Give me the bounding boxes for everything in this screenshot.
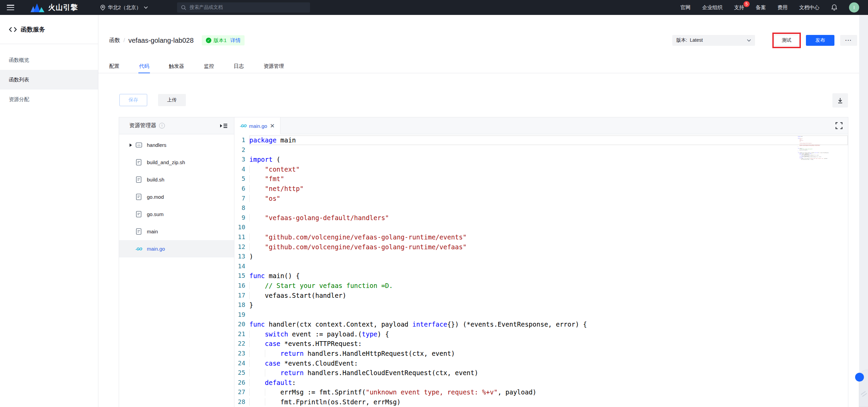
file-item-handlers[interactable]: <>handlers xyxy=(119,136,234,154)
line-number[interactable]: 24 xyxy=(234,358,249,368)
code-line-content[interactable]: func handler(ctx context.Context, payloa… xyxy=(249,319,848,329)
line-number[interactable]: 19 xyxy=(234,310,249,320)
code-line[interactable]: 14 xyxy=(234,261,848,271)
test-button[interactable]: 测试 xyxy=(774,35,799,46)
code-line-content[interactable]: "context" xyxy=(249,164,848,174)
code-line[interactable]: 22 case *events.HTTPRequest: xyxy=(234,339,848,349)
code-line-content[interactable]: package main xyxy=(249,135,848,145)
avatar[interactable]: I xyxy=(849,2,859,13)
code-line-content[interactable]: "github.com/volcengine/vefaas-golang-run… xyxy=(249,232,848,242)
search-input[interactable]: 搜索产品或文档 xyxy=(177,2,310,13)
line-number[interactable]: 3 xyxy=(234,155,249,164)
line-number[interactable]: 11 xyxy=(234,232,249,242)
topbar-link-文档中心[interactable]: 文档中心 xyxy=(799,4,819,11)
code-line[interactable]: 7 "os" xyxy=(234,194,848,204)
code-line[interactable]: 3import ( xyxy=(234,155,848,164)
code-line[interactable]: 21 switch event := payload.(type) { xyxy=(234,329,848,339)
code-line[interactable]: 1package main xyxy=(234,135,848,145)
code-line-content[interactable]: import ( xyxy=(249,155,848,164)
expand-caret-icon[interactable] xyxy=(129,143,135,147)
code-area[interactable]: 1package main23import (4 "context"5 "fmt… xyxy=(234,134,848,407)
code-line-content[interactable] xyxy=(249,310,848,320)
code-line[interactable]: 9 "vefaas-golang-default/handlers" xyxy=(234,213,848,223)
line-number[interactable]: 20 xyxy=(234,319,249,329)
code-line[interactable]: 28 fmt.Fprintln(os.Stderr, errMsg) xyxy=(234,397,848,407)
code-line-content[interactable]: "fmt" xyxy=(249,174,848,184)
line-number[interactable]: 16 xyxy=(234,281,249,291)
tab-monitor[interactable]: 监控 xyxy=(204,59,214,73)
line-number[interactable]: 15 xyxy=(234,271,249,281)
code-line[interactable]: 23 return handlers.HandleHttpRequest(ctx… xyxy=(234,349,848,358)
line-number[interactable]: 2 xyxy=(234,145,249,155)
topbar-link-备案[interactable]: 备案 xyxy=(756,4,766,11)
code-line[interactable]: 6 "net/http" xyxy=(234,184,848,194)
file-item-build.sh[interactable]: build.sh xyxy=(119,171,234,188)
line-number[interactable]: 1 xyxy=(234,135,249,145)
breadcrumb-root[interactable]: 函数 xyxy=(109,37,120,44)
code-line-content[interactable]: "vefaas-golang-default/handlers" xyxy=(249,213,848,223)
tab-code[interactable]: 代码 xyxy=(139,59,149,73)
download-button[interactable] xyxy=(832,93,848,108)
more-button[interactable]: ··· xyxy=(840,35,857,46)
code-line[interactable]: 27 errMsg := fmt.Sprintf("unknown event … xyxy=(234,387,848,397)
code-line[interactable]: 11 "github.com/volcengine/vefaas-golang-… xyxy=(234,232,848,242)
line-number[interactable]: 17 xyxy=(234,291,249,301)
code-line[interactable]: 18} xyxy=(234,300,848,310)
line-number[interactable]: 26 xyxy=(234,378,249,388)
code-line[interactable]: 12 "github.com/volcengine/vefaas-golang-… xyxy=(234,242,848,252)
line-number[interactable]: 5 xyxy=(234,174,249,184)
line-number[interactable]: 23 xyxy=(234,349,249,358)
line-number[interactable]: 22 xyxy=(234,339,249,349)
tab-config[interactable]: 配置 xyxy=(109,59,119,73)
line-number[interactable]: 27 xyxy=(234,387,249,397)
file-item-main.go[interactable]: -GOmain.go xyxy=(119,240,234,257)
line-number[interactable]: 9 xyxy=(234,213,249,223)
line-number[interactable]: 28 xyxy=(234,397,249,407)
code-line[interactable]: 5 "fmt" xyxy=(234,174,848,184)
line-number[interactable]: 25 xyxy=(234,368,249,378)
code-line[interactable]: 2 xyxy=(234,145,848,155)
publish-button[interactable]: 发布 xyxy=(806,35,834,46)
menu-icon[interactable] xyxy=(7,5,14,10)
line-number[interactable]: 6 xyxy=(234,184,249,194)
code-line[interactable]: 8 xyxy=(234,203,848,213)
code-line-content[interactable]: ) xyxy=(249,252,848,261)
code-line[interactable]: 10 xyxy=(234,222,848,232)
code-line[interactable]: 15func main() { xyxy=(234,271,848,281)
code-line-content[interactable]: "github.com/volcengine/vefaas-golang-run… xyxy=(249,242,848,252)
code-line[interactable]: 19 xyxy=(234,310,848,320)
sidebar-item-list[interactable]: 函数列表 xyxy=(0,70,98,90)
code-line-content[interactable]: return handlers.HandleHttpRequest(ctx, e… xyxy=(249,349,848,358)
code-line-content[interactable]: case *events.HTTPRequest: xyxy=(249,339,848,349)
code-line[interactable]: 17 vefaas.Start(handler) xyxy=(234,291,848,301)
code-line[interactable]: 16 // Start your vefaas function =D. xyxy=(234,281,848,291)
editor-tab-maingo[interactable]: -GO main.go ✕ xyxy=(234,117,281,134)
sidebar-item-overview[interactable]: 函数概览 xyxy=(0,50,98,70)
code-line-content[interactable] xyxy=(249,222,848,232)
tab-resource[interactable]: 资源管理 xyxy=(264,59,284,73)
version-detail-link[interactable]: 详情 xyxy=(230,37,240,44)
code-line-content[interactable]: } xyxy=(249,300,848,310)
code-line-content[interactable]: func main() { xyxy=(249,271,848,281)
file-item-go.mod[interactable]: go.mod xyxy=(119,188,234,206)
tab-trigger[interactable]: 触发器 xyxy=(169,59,184,73)
code-line-content[interactable] xyxy=(249,261,848,271)
file-item-go.sum[interactable]: go.sum xyxy=(119,206,234,223)
code-line[interactable]: 25 return handlers.HandleCloudEventReque… xyxy=(234,368,848,378)
code-line[interactable]: 24 case *events.CloudEvent: xyxy=(234,358,848,368)
topbar-link-支持[interactable]: 支持5 xyxy=(734,4,744,11)
close-icon[interactable]: ✕ xyxy=(270,123,275,129)
collapse-explorer-icon[interactable] xyxy=(219,122,228,129)
tab-log[interactable]: 日志 xyxy=(234,59,244,73)
code-line-content[interactable]: // Start your vefaas function =D. xyxy=(249,281,848,291)
code-line-content[interactable]: "os" xyxy=(249,194,848,204)
feedback-widget[interactable] xyxy=(859,370,868,407)
code-line-content[interactable]: "net/http" xyxy=(249,184,848,194)
code-line-content[interactable]: vefaas.Start(handler) xyxy=(249,291,848,301)
code-line-content[interactable] xyxy=(249,203,848,213)
line-number[interactable]: 10 xyxy=(234,222,249,232)
file-item-build_and_zip.sh[interactable]: build_and_zip.sh xyxy=(119,154,234,171)
code-line[interactable]: 20func handler(ctx context.Context, payl… xyxy=(234,319,848,329)
line-number[interactable]: 18 xyxy=(234,300,249,310)
topbar-link-费用[interactable]: 费用 xyxy=(777,4,788,11)
